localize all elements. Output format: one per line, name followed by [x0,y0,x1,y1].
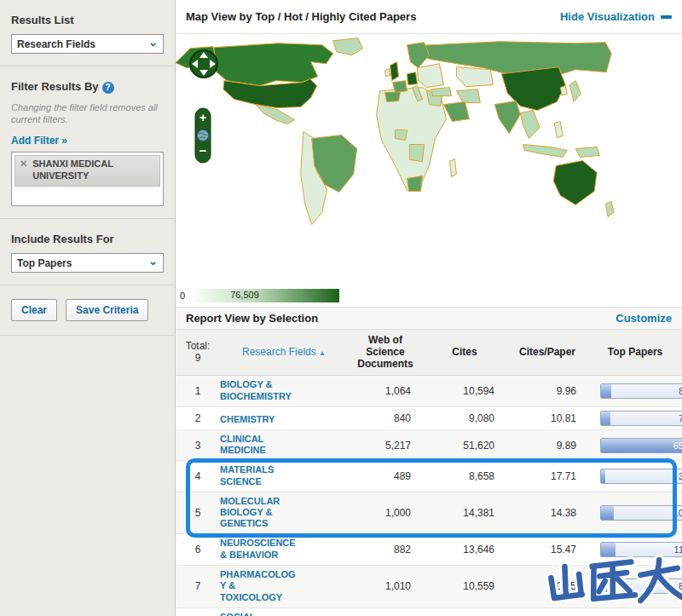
row-docs: 1,064 [348,385,423,397]
filter-chip[interactable]: ✕ SHANXI MEDICAL UNIVERSITY [14,155,160,187]
column-wos-documents[interactable]: Web of Science Documents [348,335,423,370]
top-papers-value: 8 [679,581,682,591]
top-papers-bar: 3 [600,469,682,484]
results-list-selected: Research Fields [17,38,95,50]
include-heading: Include Results For [11,233,164,245]
country-usa[interactable] [223,79,317,108]
country-eastern-europe[interactable] [418,64,444,88]
top-papers-bar: 10 [600,505,682,521]
country-ireland[interactable] [385,69,390,77]
research-field-link[interactable]: MATERIALS SCIENCE [220,464,298,487]
include-section: Include Results For Top Papers ⌄ [0,219,175,285]
country-germany[interactable] [407,72,418,85]
table-row: 7PHARMACOLOGY & TOXICOLOGY1,01010,55910.… [176,566,682,608]
row-cites: 8,658 [423,470,506,482]
active-filters-box: ✕ SHANXI MEDICAL UNIVERSITY [11,152,164,206]
row-cites-per-paper: 10.81 [506,412,588,424]
filter-heading: Filter Results By? [11,80,164,94]
country-indonesia[interactable] [523,145,567,158]
research-field-link[interactable]: PHARMACOLOGY & TOXICOLOGY [220,569,298,603]
main-panel: Map View by Top / Hot / Highly Cited Pap… [176,0,682,616]
country-japan[interactable] [569,81,581,102]
top-papers-value: 3 [679,471,682,481]
map-legend: 0 76,509 [180,289,339,302]
country-france[interactable] [393,81,407,93]
row-field: MATERIALS SCIENCE [220,464,348,487]
remove-filter-icon[interactable]: ✕ [20,158,27,182]
row-field: SOCIAL SCIENCES, GENERAL [220,612,348,616]
help-icon[interactable]: ? [102,82,114,94]
country-madagascar[interactable] [449,158,456,176]
country-scandinavia[interactable] [407,43,430,68]
row-docs: 1,000 [348,507,423,519]
research-field-link[interactable]: NEUROSCIENCE & BEHAVIOR [220,538,298,561]
add-filter-link[interactable]: Add Filter » [11,135,67,147]
results-list-section: Results List Research Fields ⌄ [0,0,175,66]
row-cites: 14,381 [423,507,506,519]
research-field-link[interactable]: MOLECULAR BIOLOGY & GENETICS [220,496,298,530]
country-spain[interactable] [385,92,401,102]
row-top-papers: 8 [588,579,682,594]
country-central-asia[interactable] [456,67,493,87]
table-row: 4MATERIALS SCIENCE4898,65817.713 [176,461,682,492]
report-title: Report View by Selection [186,312,318,325]
zoom-out-button: − [199,143,207,158]
filter-note: Changing the filter field removes all cu… [11,101,164,126]
row-docs: 882 [348,544,423,556]
include-dropdown[interactable]: Top Papers ⌄ [11,253,164,273]
minus-icon [661,15,672,19]
country-drc[interactable] [410,145,425,162]
filter-section: Filter Results By? Changing the filter f… [0,66,175,219]
row-field: NEUROSCIENCE & BEHAVIOR [220,538,348,561]
country-iran[interactable] [456,89,480,103]
table-body: 1BIOLOGY & BIOCHEMISTRY1,06410,5949.9682… [176,376,682,616]
row-cites-per-paper: 17.71 [506,470,588,482]
world-choropleth-map[interactable] [176,36,682,274]
country-south-africa[interactable] [407,176,423,191]
research-field-link[interactable]: BIOLOGY & BIOCHEMISTRY [220,379,298,402]
total-header: Total: 9 [176,341,220,365]
column-cites[interactable]: Cites [423,347,506,359]
country-india[interactable] [494,101,520,134]
row-cites: 13,646 [423,544,506,556]
results-list-heading: Results List [11,14,164,26]
top-papers-value: 7 [679,413,682,423]
country-uk[interactable] [390,62,399,81]
results-list-dropdown[interactable]: Research Fields ⌄ [11,34,164,54]
country-australia[interactable] [553,160,597,204]
top-papers-bar: 11 [600,542,682,557]
row-cites: 10,559 [423,580,506,592]
country-canada[interactable] [214,43,333,86]
map-zoom-control[interactable]: + − [194,107,211,164]
column-top-papers[interactable]: Top Papers [588,347,682,359]
row-docs: 840 [348,412,423,424]
column-research-fields[interactable]: Research Fields ▲ [220,347,348,359]
top-papers-value: 8 [679,386,682,396]
country-new-zealand[interactable] [605,201,614,216]
save-criteria-button[interactable]: Save Criteria [66,299,148,321]
top-papers-value: 65 [673,440,682,451]
country-greenland[interactable] [333,38,363,55]
research-field-link[interactable]: CLINICAL MEDICINE [220,434,298,457]
clear-button[interactable]: Clear [11,299,57,321]
hide-visualization-link[interactable]: Hide Visualization [560,10,672,23]
country-philippines[interactable] [554,122,563,138]
country-nigeria[interactable] [396,130,407,141]
row-field: BIOLOGY & BIOCHEMISTRY [220,379,348,402]
research-field-link[interactable]: CHEMISTRY [220,414,298,425]
country-turkey[interactable] [431,88,451,96]
country-russia[interactable] [415,42,612,78]
country-png[interactable] [575,147,599,158]
research-field-link[interactable]: SOCIAL SCIENCES, GENERAL [220,612,298,616]
map-pan-control[interactable] [188,48,220,80]
country-saudi-arabia[interactable] [443,102,469,122]
column-cites-per-paper[interactable]: Cites/Paper [506,347,588,359]
customize-link[interactable]: Customize [616,312,672,325]
country-korea[interactable] [560,86,567,95]
top-papers-value: 10 [673,508,682,518]
sort-asc-icon: ▲ [319,349,326,357]
row-rank: 7 [176,580,220,592]
country-se-asia[interactable] [520,111,540,139]
row-docs: 5,217 [348,440,423,452]
top-papers-bar: 65 [600,438,682,453]
